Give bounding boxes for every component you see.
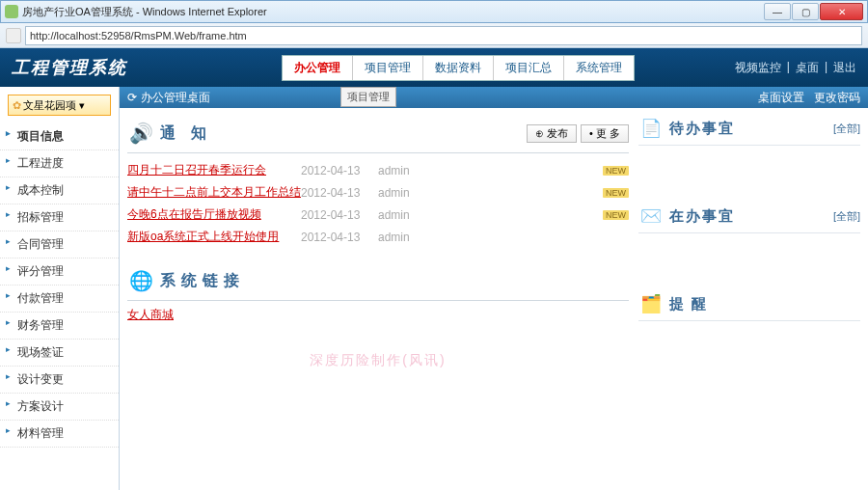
- card-remind: 🗂️ 提 醒: [638, 291, 860, 321]
- todo-icon: 📄: [638, 116, 664, 141]
- notice-row: 四月十二日召开春季运行会2012-04-13adminNEW: [127, 159, 629, 181]
- link-logout[interactable]: 退出: [833, 60, 856, 76]
- notice-link[interactable]: 请中午十二点前上交本月工作总结: [127, 184, 301, 201]
- notice-row: 今晚6点在报告厅播放视频2012-04-13adminNEW: [127, 204, 629, 226]
- remind-icon: 🗂️: [638, 291, 664, 316]
- home-icon: ⟳: [127, 91, 137, 104]
- new-badge: NEW: [603, 166, 629, 176]
- syslink-header: 🌐 系统链接: [127, 263, 629, 301]
- notice-link[interactable]: 今晚6点在报告厅播放视频: [127, 206, 301, 223]
- project-dropdown[interactable]: ✿ 文星花园项 ▾: [8, 95, 111, 116]
- breadcrumb-bar: ⟳ 办公管理桌面 桌面设置 更改密码: [120, 87, 868, 108]
- card-doing: ✉️ 在办事宜 [全部]: [638, 204, 860, 233]
- tab-system[interactable]: 系统管理: [564, 56, 634, 80]
- sidebar-item-0[interactable]: 项目信息: [0, 123, 119, 150]
- sidebar-item-5[interactable]: 评分管理: [0, 259, 119, 286]
- notice-row: 新版oa系统正式上线开始使用2012-04-13admin: [127, 226, 629, 248]
- notice-date: 2012-04-13: [301, 164, 378, 177]
- tab-project[interactable]: 项目管理: [353, 56, 423, 80]
- sidebar-item-6[interactable]: 付款管理: [0, 286, 119, 313]
- notice-link[interactable]: 四月十二日召开春季运行会: [127, 162, 301, 178]
- header-right: 视频监控 | 桌面 | 退出: [735, 60, 856, 76]
- link-change-password[interactable]: 更改密码: [814, 90, 860, 106]
- remind-title: 提 醒: [669, 295, 860, 313]
- new-badge: NEW: [603, 210, 629, 220]
- globe-icon: 🌐: [127, 267, 154, 294]
- notice-author: admin: [378, 164, 426, 177]
- doing-title: 在办事宜: [669, 207, 833, 226]
- notice-link[interactable]: 新版oa系统正式上线开始使用: [127, 229, 301, 245]
- link-video[interactable]: 视频监控: [735, 60, 781, 76]
- sidebar: ✿ 文星花园项 ▾ 项目信息工程进度成本控制招标管理合同管理评分管理付款管理财务…: [0, 87, 120, 490]
- tab-summary[interactable]: 项目汇总: [494, 56, 564, 80]
- notice-author: admin: [378, 186, 426, 200]
- ie-favicon: [5, 5, 18, 18]
- app-header: 工程管理系统 办公管理 项目管理 数据资料 项目汇总 系统管理 视频监控 | 桌…: [0, 48, 868, 87]
- doing-more[interactable]: [全部]: [833, 209, 860, 224]
- sidebar-item-9[interactable]: 设计变更: [0, 367, 119, 394]
- sidebar-item-1[interactable]: 工程进度: [0, 150, 119, 177]
- notice-row: 请中午十二点前上交本月工作总结2012-04-13adminNEW: [127, 181, 629, 204]
- dropdown-label: 文星花园项 ▾: [23, 98, 85, 113]
- notice-author: admin: [378, 208, 426, 222]
- tab-data[interactable]: 数据资料: [423, 56, 494, 80]
- sidebar-item-10[interactable]: 方案设计: [0, 394, 119, 421]
- todo-more[interactable]: [全部]: [833, 122, 860, 136]
- window-title: 房地产行业OA管理系统 - Windows Internet Explorer: [22, 5, 764, 19]
- link-desktop[interactable]: 桌面: [796, 60, 819, 76]
- window-titlebar: 房地产行业OA管理系统 - Windows Internet Explorer …: [0, 0, 868, 23]
- notice-date: 2012-04-13: [301, 186, 378, 200]
- main: ⟳ 办公管理桌面 桌面设置 更改密码 🔊 通 知 ⊕ 发布 • 更 多 四月十二…: [120, 87, 868, 490]
- publish-button[interactable]: ⊕ 发布: [527, 124, 577, 143]
- content-right: 📄 待办事宜 [全部] ✉️ 在办事宜 [全部] 🗂️ 提 醒: [638, 116, 860, 482]
- watermark: 深度历险制作(风讯): [127, 352, 629, 369]
- doing-icon: ✉️: [638, 204, 664, 229]
- maximize-button[interactable]: ▢: [792, 3, 819, 20]
- notice-date: 2012-04-13: [301, 208, 378, 222]
- minimize-button[interactable]: —: [764, 3, 791, 20]
- close-button[interactable]: ✕: [820, 3, 863, 20]
- sidebar-item-11[interactable]: 材料管理: [0, 421, 119, 448]
- notice-list: 四月十二日召开春季运行会2012-04-13adminNEW请中午十二点前上交本…: [127, 159, 629, 248]
- sidebar-item-4[interactable]: 合同管理: [0, 231, 119, 259]
- syslink-title: 系统链接: [160, 271, 245, 291]
- link-desktop-settings[interactable]: 桌面设置: [758, 90, 804, 106]
- content-left: 🔊 通 知 ⊕ 发布 • 更 多 四月十二日召开春季运行会2012-04-13a…: [127, 116, 629, 482]
- speaker-icon: 🔊: [127, 120, 154, 147]
- page-icon: [6, 28, 21, 43]
- syslink-item[interactable]: 女人商城: [127, 308, 174, 321]
- star-icon: ✿: [13, 99, 21, 112]
- sidebar-item-8[interactable]: 现场签证: [0, 340, 119, 367]
- notice-header: 🔊 通 知 ⊕ 发布 • 更 多: [127, 116, 629, 153]
- address-bar: [0, 23, 868, 48]
- nav-tooltip: 项目管理: [340, 87, 396, 107]
- app-logo: 工程管理系统: [12, 56, 127, 79]
- sidebar-item-2[interactable]: 成本控制: [0, 177, 119, 204]
- app-body: ✿ 文星花园项 ▾ 项目信息工程进度成本控制招标管理合同管理评分管理付款管理财务…: [0, 87, 868, 490]
- notice-title: 通 知: [160, 123, 212, 144]
- notice-date: 2012-04-13: [301, 231, 378, 244]
- sidebar-item-7[interactable]: 财务管理: [0, 313, 119, 340]
- content: 🔊 通 知 ⊕ 发布 • 更 多 四月十二日召开春季运行会2012-04-13a…: [120, 108, 868, 490]
- main-nav: 办公管理 项目管理 数据资料 项目汇总 系统管理: [282, 55, 635, 81]
- breadcrumb-title: 办公管理桌面: [141, 90, 210, 106]
- notice-author: admin: [378, 231, 426, 244]
- todo-title: 待办事宜: [669, 120, 833, 138]
- sidebar-item-3[interactable]: 招标管理: [0, 204, 119, 231]
- card-todo: 📄 待办事宜 [全部]: [638, 116, 860, 146]
- more-button[interactable]: • 更 多: [581, 124, 629, 143]
- new-badge: NEW: [603, 188, 629, 198]
- url-input[interactable]: [25, 26, 862, 45]
- tab-office[interactable]: 办公管理: [283, 56, 353, 80]
